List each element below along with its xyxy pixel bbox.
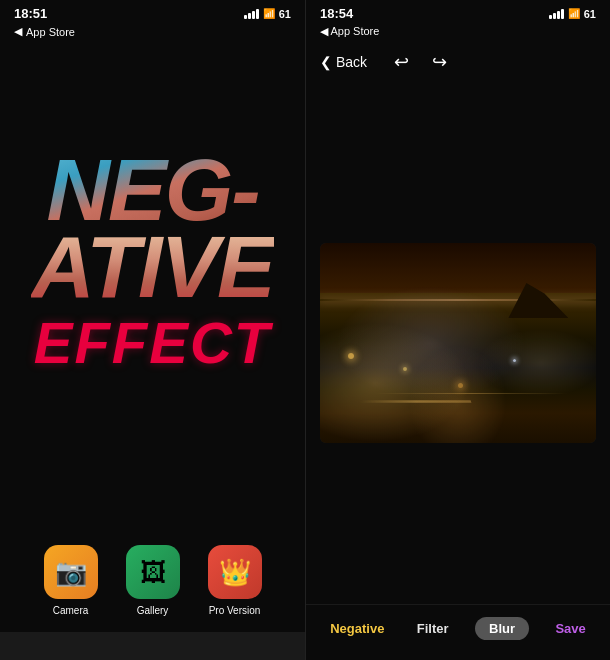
left-bottom-bar (0, 632, 305, 660)
left-status-icons: 📶 61 (244, 8, 291, 20)
back-label: Back (336, 54, 367, 70)
title-line-effect: EFFECT (31, 309, 274, 376)
camera-button[interactable]: 📷 Camera (44, 545, 98, 616)
action-buttons-row: 📷 Camera 🖼 Gallery 👑 Pro Version (0, 525, 305, 632)
right-wifi-icon: 📶 (568, 8, 580, 19)
light-dot-3 (458, 383, 463, 388)
left-screen: 18:51 📶 61 ◀ App Store NEG- ATIVE EFFECT (0, 0, 305, 660)
photo-preview (320, 243, 596, 443)
wifi-icon: 📶 (263, 8, 275, 19)
pro-version-button[interactable]: 👑 Pro Version (208, 545, 262, 616)
hero-section: NEG- ATIVE EFFECT (0, 42, 305, 525)
battery-icon: 61 (279, 8, 291, 20)
left-back-chevron: ◀ (14, 25, 22, 38)
camera-icon: 📷 (44, 545, 98, 599)
road-reflection (375, 393, 568, 394)
road-line (361, 400, 472, 403)
city-layer (320, 293, 596, 443)
gallery-label: Gallery (137, 605, 169, 616)
top-nav: ❮ Back ↩ ↪ (306, 42, 610, 82)
horizon-glow (320, 299, 596, 301)
bottom-toolbar: Negative Filter Blur Save (306, 604, 610, 660)
signal-icon (244, 9, 259, 19)
left-app-store-back[interactable]: ◀ App Store (0, 23, 305, 42)
gallery-icon: 🖼 (126, 545, 180, 599)
right-back-chevron: ◀ (320, 25, 328, 37)
pro-icon: 👑 (208, 545, 262, 599)
sky-layer (320, 243, 596, 303)
pro-label: Pro Version (209, 605, 261, 616)
right-screen: 18:54 📶 61 ◀ App Store ❮ Back ↩ ↪ (305, 0, 610, 660)
right-status-icons: 📶 61 (549, 8, 596, 20)
mountain-silhouette (508, 283, 568, 318)
undo-redo-group: ↩ ↪ (389, 50, 451, 74)
gallery-button[interactable]: 🖼 Gallery (126, 545, 180, 616)
negative-button[interactable]: Negative (324, 617, 390, 640)
right-battery-icon: 61 (584, 8, 596, 20)
filter-button[interactable]: Filter (411, 617, 455, 640)
title-line-ative: ATIVE (31, 228, 274, 305)
light-dot-1 (348, 353, 354, 359)
light-dot-4 (513, 359, 516, 362)
right-signal-icon (549, 9, 564, 19)
back-chevron-icon: ❮ (320, 54, 332, 70)
left-app-store-label: App Store (26, 26, 75, 38)
left-time: 18:51 (14, 6, 47, 21)
right-app-store-back[interactable]: ◀ App Store (306, 23, 610, 42)
light-dot-2 (403, 367, 407, 371)
undo-button[interactable]: ↩ (389, 50, 413, 74)
back-button[interactable]: ❮ Back (320, 54, 367, 70)
redo-button[interactable]: ↪ (427, 50, 451, 74)
save-button[interactable]: Save (549, 617, 591, 640)
blur-button[interactable]: Blur (475, 617, 529, 640)
right-time: 18:54 (320, 6, 353, 21)
app-title-block: NEG- ATIVE EFFECT (21, 151, 284, 377)
left-status-bar: 18:51 📶 61 (0, 0, 305, 23)
right-status-bar: 18:54 📶 61 (306, 0, 610, 23)
right-app-store-label: App Store (330, 25, 379, 37)
camera-label: Camera (53, 605, 89, 616)
image-area (306, 82, 610, 604)
